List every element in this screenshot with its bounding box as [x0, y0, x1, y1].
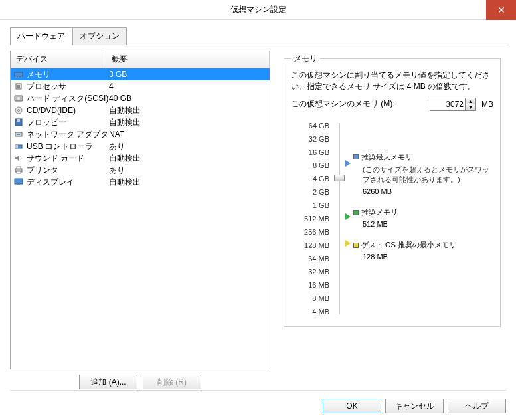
- slider-ticks: 64 GB32 GB16 GB8 GB4 GB2 GB1 GB512 MB256…: [291, 119, 329, 318]
- legend-min: ゲスト OS 推奨の最小メモリ 128 MB: [353, 240, 493, 261]
- table-row[interactable]: ディスプレイ自動検出: [11, 176, 270, 188]
- tick-label: 32 GB: [291, 132, 329, 146]
- svg-rect-17: [17, 167, 21, 169]
- col-device[interactable]: デバイス: [11, 51, 106, 68]
- legend-rec: 推奨メモリ 512 MB: [353, 207, 493, 228]
- printer-icon: [13, 165, 24, 175]
- tab-options[interactable]: オプション: [72, 27, 127, 45]
- memory-desc: この仮想マシンに割り当てるメモリ値を指定してください。指定できるメモリ サイズは…: [291, 70, 493, 92]
- device-name: プリンタ: [27, 165, 109, 176]
- square-icon: [353, 154, 359, 159]
- device-summary: 3 GB: [109, 70, 270, 79]
- memory-spinner[interactable]: ▲ ▼: [430, 98, 476, 111]
- legend-max: 推奨最大メモリ (このサイズを超えるとメモリがスワップされる可能性があります。)…: [353, 152, 493, 196]
- tick-label: 512 MB: [291, 212, 329, 225]
- marker-max-icon: [345, 160, 351, 167]
- memory-slider[interactable]: [329, 119, 349, 318]
- table-row[interactable]: プリンタあり: [11, 164, 270, 176]
- table-row[interactable]: ネットワーク アダプタNAT: [11, 128, 270, 140]
- add-button[interactable]: 追加 (A)...: [79, 375, 137, 389]
- tick-label: 4 MB: [291, 305, 329, 318]
- device-name: メモリ: [27, 69, 109, 80]
- titlebar: 仮想マシン設定 ✕: [0, 0, 516, 20]
- svg-rect-0: [15, 72, 23, 76]
- spin-up-icon[interactable]: ▲: [466, 98, 475, 104]
- device-summary: 4: [109, 82, 270, 91]
- marker-rec-icon: [345, 213, 351, 220]
- svg-rect-1: [15, 76, 17, 78]
- memory-group: メモリ この仮想マシンに割り当てるメモリ値を指定してください。指定できるメモリ …: [284, 53, 501, 327]
- device-summary: 自動検出: [109, 117, 270, 128]
- table-row[interactable]: CD/DVD(IDE)自動検出: [11, 104, 270, 116]
- device-name: ディスプレイ: [27, 177, 109, 188]
- svg-rect-20: [17, 184, 20, 185]
- table-row[interactable]: USB コントローラあり: [11, 140, 270, 152]
- cpu-icon: [13, 82, 24, 91]
- tick-label: 2 GB: [291, 185, 329, 199]
- device-name: CD/DVD(IDE): [27, 106, 109, 115]
- slider-thumb[interactable]: [334, 175, 345, 181]
- display-icon: [13, 177, 24, 187]
- window-title: 仮想マシン設定: [230, 4, 286, 15]
- svg-rect-18: [17, 171, 21, 173]
- usb-icon: [13, 142, 24, 151]
- remove-button: 削除 (R): [143, 375, 201, 389]
- tick-label: 4 GB: [291, 172, 329, 185]
- help-button[interactable]: ヘルプ: [448, 399, 506, 413]
- floppy-icon: [13, 118, 24, 127]
- device-summary: あり: [109, 141, 270, 152]
- col-summary[interactable]: 概要: [106, 51, 270, 68]
- table-row[interactable]: ハード ディスク(SCSI)40 GB: [11, 92, 270, 104]
- tick-label: 1 GB: [291, 199, 329, 212]
- tick-label: 32 MB: [291, 265, 329, 278]
- device-name: フロッピー: [27, 117, 109, 128]
- device-summary: 自動検出: [109, 177, 270, 188]
- tab-hardware[interactable]: ハードウェア: [10, 27, 72, 45]
- tick-label: 64 GB: [291, 119, 329, 132]
- close-button[interactable]: ✕: [486, 0, 516, 20]
- device-table: デバイス 概要 メモリ3 GBプロセッサ4ハード ディスク(SCSI)40 GB…: [10, 51, 270, 369]
- cd-icon: [13, 106, 24, 115]
- svg-rect-13: [17, 134, 20, 135]
- table-row[interactable]: プロセッサ4: [11, 80, 270, 92]
- svg-rect-15: [15, 145, 18, 148]
- svg-point-7: [17, 97, 20, 100]
- marker-min-icon: [345, 240, 351, 247]
- hdd-icon: [13, 94, 24, 103]
- svg-rect-3: [21, 76, 22, 78]
- table-row[interactable]: メモリ3 GB: [11, 68, 270, 80]
- tick-label: 128 MB: [291, 239, 329, 252]
- tick-label: 8 MB: [291, 292, 329, 305]
- memory-input[interactable]: [430, 98, 465, 110]
- device-name: ネットワーク アダプタ: [27, 129, 109, 140]
- svg-rect-5: [17, 85, 20, 88]
- memory-legend: メモリ: [291, 53, 320, 64]
- device-summary: 自動検出: [109, 105, 270, 116]
- square-icon: [353, 210, 359, 215]
- memory-unit: MB: [481, 100, 493, 109]
- table-row[interactable]: サウンド カード自動検出: [11, 152, 270, 164]
- tick-label: 8 GB: [291, 159, 329, 172]
- spin-down-icon[interactable]: ▼: [466, 104, 475, 110]
- tick-label: 16 MB: [291, 278, 329, 292]
- memory-label: この仮想マシンのメモリ (M):: [291, 98, 424, 110]
- device-name: サウンド カード: [27, 153, 109, 164]
- cancel-button[interactable]: キャンセル: [385, 399, 444, 413]
- svg-point-9: [18, 110, 20, 112]
- ok-button[interactable]: OK: [323, 399, 381, 413]
- svg-rect-11: [17, 119, 20, 122]
- device-summary: NAT: [109, 130, 270, 139]
- tick-label: 64 MB: [291, 252, 329, 265]
- svg-rect-2: [18, 76, 19, 78]
- device-name: ハード ディスク(SCSI): [27, 93, 109, 104]
- net-icon: [13, 130, 24, 139]
- device-name: USB コントローラ: [27, 141, 109, 152]
- square-icon: [353, 243, 359, 248]
- tab-strip: ハードウェア オプション: [10, 27, 506, 45]
- memory-icon: [13, 70, 24, 79]
- device-summary: あり: [109, 165, 270, 176]
- tick-label: 16 GB: [291, 146, 329, 159]
- device-name: プロセッサ: [27, 81, 109, 92]
- table-row[interactable]: フロッピー自動検出: [11, 116, 270, 128]
- device-summary: 自動検出: [109, 153, 270, 164]
